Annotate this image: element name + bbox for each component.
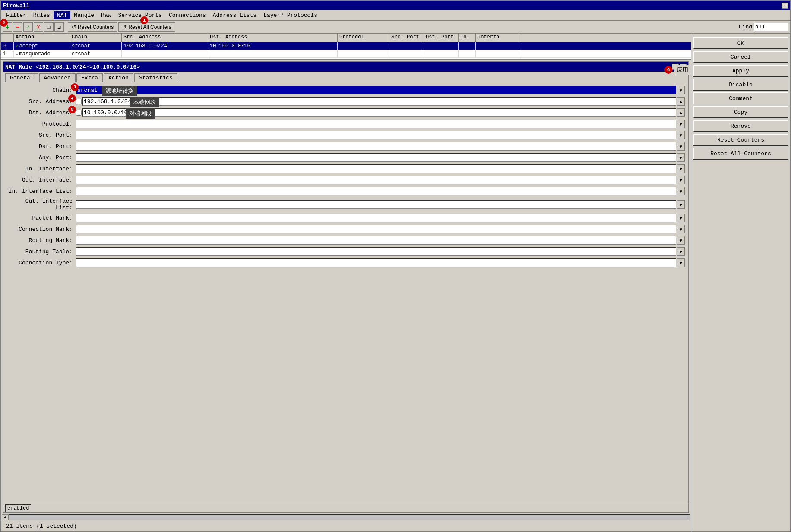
td-dst-1	[208, 50, 338, 58]
copy-button[interactable]: Copy	[693, 106, 788, 118]
menu-raw[interactable]: Raw	[98, 11, 114, 19]
col-iface: Interfa	[476, 34, 519, 42]
dst-address-label: Dst. Address:	[7, 110, 76, 116]
find-input[interactable]	[754, 23, 788, 31]
in-interface-input[interactable]	[76, 164, 676, 173]
disable-button[interactable]: ✕	[34, 22, 43, 32]
menu-mangle[interactable]: Mangle	[70, 11, 98, 19]
out-interface-list-dropdown-btn[interactable]: ▼	[677, 200, 685, 209]
col-chain: Chain	[70, 34, 122, 42]
form-row-chain: Chain: srcnat 3 源地址转换 ▼	[7, 86, 685, 94]
protocol-input[interactable]	[76, 120, 676, 128]
filter-button[interactable]: ⊿	[54, 22, 64, 32]
remove-button[interactable]: −	[13, 22, 22, 32]
routing-mark-dropdown-btn[interactable]: ▼	[677, 236, 685, 245]
menu-connections[interactable]: Connections	[165, 11, 209, 19]
badge-3: 3	[71, 83, 79, 91]
badge-6: 6	[664, 66, 672, 74]
in-interface-dropdown-btn[interactable]: ▼	[677, 164, 685, 173]
out-interface-list-input[interactable]	[76, 200, 676, 209]
routing-mark-input[interactable]	[76, 236, 676, 245]
menu-filter[interactable]: Filter	[3, 11, 30, 19]
menu-layer7[interactable]: Layer7 Protocols	[260, 11, 321, 19]
dst-address-input[interactable]: 10.100.0.0/16	[82, 108, 676, 117]
maximize-button[interactable]: □	[782, 3, 788, 9]
packet-mark-input[interactable]	[76, 214, 676, 222]
items-count: 21 items (1 selected)	[3, 522, 80, 530]
in-interface-label: In. Interface:	[7, 166, 76, 172]
any-port-dropdown-btn[interactable]: ▼	[677, 153, 685, 162]
src-address-checkbox[interactable]	[76, 99, 82, 104]
enabled-label: enabled	[5, 504, 31, 512]
remove-button[interactable]: Remove	[693, 120, 788, 132]
tab-general[interactable]: General	[5, 73, 38, 82]
comment-button[interactable]: Comment	[693, 92, 788, 104]
connection-mark-input[interactable]	[76, 225, 676, 233]
src-port-dropdown-btn[interactable]: ▼	[677, 131, 685, 139]
form-row-dst-port: Dst. Port: ▼	[7, 142, 685, 151]
src-port-wrapper: ▼	[76, 131, 685, 139]
connection-type-label: Connection Type:	[7, 260, 76, 266]
dst-port-input[interactable]	[76, 142, 676, 151]
menu-nat[interactable]: NAT	[54, 11, 70, 19]
chain-dropdown-btn[interactable]: ▼	[677, 86, 685, 94]
td-dstport-1	[424, 50, 459, 58]
in-interface-list-input[interactable]	[76, 187, 676, 195]
ok-button[interactable]: OK	[693, 37, 788, 49]
menu-rules[interactable]: Rules	[30, 11, 54, 19]
chain-input[interactable]: srcnat	[76, 86, 676, 94]
src-dropdown-btn[interactable]: ▲	[677, 97, 685, 106]
routing-table-input[interactable]	[76, 247, 676, 256]
routing-table-dropdown-btn[interactable]: ▼	[677, 247, 685, 256]
in-interface-wrapper: ▼	[76, 164, 685, 173]
td-srcport-1	[389, 50, 424, 58]
reset-all-counters-button[interactable]: Reset All Counters	[693, 148, 788, 160]
connection-type-wrapper: ▼	[76, 258, 685, 267]
hscroll-left-btn[interactable]: ◄	[2, 514, 9, 520]
table-row[interactable]: 0 ✔ accept srcnat 192.168.1.0/24 10.100.…	[1, 42, 691, 50]
in-interface-list-dropdown-btn[interactable]: ▼	[677, 187, 685, 195]
tab-extra[interactable]: Extra	[76, 73, 103, 82]
out-interface-dropdown-btn[interactable]: ▼	[677, 176, 685, 184]
out-interface-input[interactable]	[76, 176, 676, 184]
connection-mark-dropdown-btn[interactable]: ▼	[677, 225, 685, 233]
reset-counters-toolbar-button[interactable]: ↺Reset Counters	[68, 22, 117, 32]
td-iface-1	[476, 50, 519, 58]
dst-port-dropdown-btn[interactable]: ▼	[677, 142, 685, 151]
menu-bar: Filter Rules NAT Mangle Raw Service Port…	[1, 10, 790, 21]
form-row-protocol: Protocol: ▼	[7, 120, 685, 128]
table-row[interactable]: 1 ≡ masquerade srcnat	[1, 50, 691, 58]
menu-address-lists[interactable]: Address Lists	[209, 11, 260, 19]
clone-button[interactable]: □	[44, 22, 54, 32]
disable-button[interactable]: Disable	[693, 79, 788, 91]
dst-tooltip: 对端网段	[126, 108, 155, 119]
packet-mark-dropdown-btn[interactable]: ▼	[677, 214, 685, 222]
dst-address-checkbox[interactable]	[76, 110, 82, 116]
tab-statistics[interactable]: Statistics	[134, 73, 177, 82]
cancel-button[interactable]: Cancel	[693, 51, 788, 63]
protocol-label: Protocol:	[7, 121, 76, 127]
col-action: Action	[14, 34, 70, 42]
col-in: In.	[459, 34, 476, 42]
form-row-in-interface-list: In. Interface List: ▼	[7, 187, 685, 195]
enable-button[interactable]: ✓	[23, 22, 33, 32]
connection-type-dropdown-btn[interactable]: ▼	[677, 258, 685, 267]
nat-status-bar: enabled	[3, 504, 688, 512]
connection-mark-wrapper: ▼	[76, 225, 685, 233]
tab-action[interactable]: Action	[104, 73, 133, 82]
apply-button[interactable]: Apply	[693, 65, 788, 77]
tab-advanced[interactable]: Advanced	[39, 73, 76, 82]
form-row-out-interface-list: Out. Interface List: ▼	[7, 198, 685, 211]
window-title: Firewall	[3, 3, 29, 9]
apply-annotation: 6 应用	[664, 65, 693, 75]
src-address-input[interactable]: 192.168.1.0/24	[82, 97, 676, 106]
any-port-input[interactable]	[76, 153, 676, 162]
src-port-input[interactable]	[76, 131, 676, 139]
reset-counters-button[interactable]: Reset Counters	[693, 134, 788, 146]
dst-dropdown-btn[interactable]: ▲	[677, 108, 685, 117]
connection-type-input[interactable]	[76, 258, 676, 267]
dst-select-wrapper: 10.100.0.0/16 5 对端网段 ▲	[76, 108, 685, 117]
td-dstport-0	[424, 42, 459, 50]
protocol-dropdown-btn[interactable]: ▼	[677, 120, 685, 128]
hscroll-track[interactable]	[9, 514, 690, 520]
